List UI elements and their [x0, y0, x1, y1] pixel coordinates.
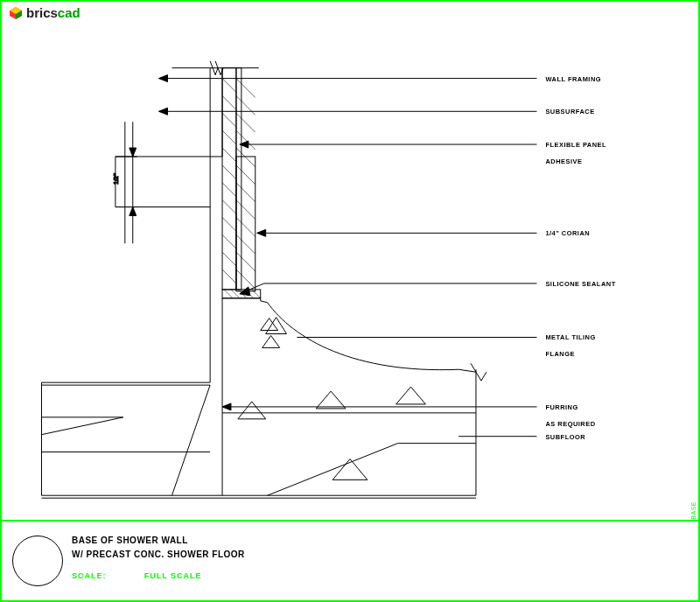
svg-line-32 [222, 270, 236, 284]
logo-prefix: brics [26, 5, 58, 20]
label-flange: FLANGE [545, 350, 575, 358]
svg-line-47 [252, 290, 261, 298]
label-metal-tiling: METAL TILING [545, 333, 595, 341]
svg-marker-59 [41, 417, 122, 435]
svg-line-17 [236, 217, 256, 236]
scale-value: FULL SCALE [144, 571, 202, 580]
svg-marker-50 [266, 318, 287, 334]
svg-line-28 [222, 200, 236, 214]
title-texts: BASE OF SHOWER WALL W/ PRECAST CONC. SHO… [72, 534, 245, 583]
title-block: BASE OF SHOWER WALL W/ PRECAST CONC. SHO… [2, 520, 698, 600]
technical-drawing: 1/2" [5, 26, 695, 522]
svg-line-14 [236, 165, 256, 185]
svg-line-43 [224, 290, 233, 298]
svg-line-13 [236, 148, 256, 167]
leaders [159, 75, 537, 437]
svg-line-22 [222, 95, 236, 109]
svg-line-15 [236, 183, 256, 202]
label-as-required: AS REQUIRED [545, 420, 595, 428]
label-subsurface: SUBSURFACE [545, 108, 594, 116]
svg-marker-52 [316, 391, 346, 409]
label-silicone: SILICONE SEALANT [545, 280, 615, 288]
svg-line-10 [236, 95, 256, 115]
svg-rect-7 [236, 157, 256, 291]
svg-marker-75 [257, 229, 266, 236]
drawing-canvas: 1/2" [5, 26, 695, 522]
detail-circle [12, 536, 63, 586]
main-frame: bricscad [0, 0, 700, 602]
side-watermark: BASE [690, 501, 696, 520]
svg-line-30 [222, 234, 236, 248]
svg-line-25 [222, 148, 236, 162]
svg-line-11 [236, 113, 256, 132]
svg-line-9 [236, 79, 256, 98]
svg-line-27 [222, 183, 236, 197]
svg-rect-6 [222, 68, 236, 290]
logo-text: bricscad [26, 5, 80, 20]
title-line-2: W/ PRECAST CONC. SHOWER FLOOR [72, 548, 245, 562]
svg-marker-53 [396, 387, 426, 404]
svg-marker-38 [130, 148, 136, 157]
label-corian: 1/4" CORIAN [545, 229, 590, 237]
svg-line-31 [222, 252, 236, 266]
label-wall-framing: WALL FRAMING [545, 75, 601, 83]
svg-line-20 [236, 270, 256, 289]
svg-marker-81 [222, 403, 231, 410]
svg-line-19 [236, 252, 256, 271]
svg-line-26 [222, 165, 236, 179]
label-adhesive: ADHESIVE [545, 158, 582, 165]
title-line-1: BASE OF SHOWER WALL [72, 534, 245, 548]
svg-line-62 [172, 385, 210, 495]
svg-line-16 [236, 200, 256, 220]
svg-line-18 [236, 234, 256, 254]
label-subfloor: SUBFLOOR [545, 433, 585, 441]
logo-icon [9, 6, 23, 20]
svg-line-23 [222, 113, 236, 127]
svg-line-24 [222, 130, 236, 144]
scale-label: SCALE: [72, 571, 107, 580]
label-flexible-panel: FLEXIBLE PANEL [545, 141, 606, 149]
svg-line-21 [222, 79, 236, 93]
logo-suffix: cad [58, 5, 80, 20]
svg-marker-51 [238, 402, 266, 419]
svg-line-29 [222, 217, 236, 231]
svg-marker-39 [130, 207, 136, 216]
dimension-label: 1/2" [113, 173, 119, 185]
label-furring: FURRING [545, 403, 578, 411]
svg-line-64 [268, 444, 398, 496]
app-logo: bricscad [9, 5, 80, 20]
